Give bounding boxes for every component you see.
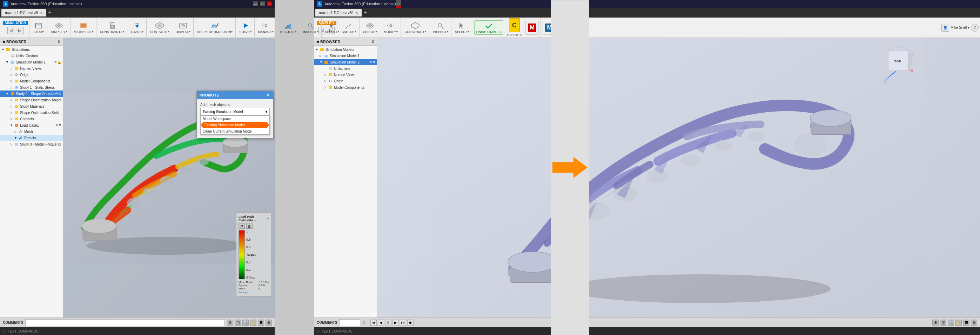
cfd-2019-btn[interactable]: C [509, 18, 520, 32]
tree-expand-origin1[interactable]: ▷ [10, 73, 14, 77]
status-icon-4[interactable]: 📐 [250, 319, 256, 326]
toolbar-study-btn[interactable]: STUDY [32, 21, 46, 34]
left-maximize-btn[interactable]: □ [260, 2, 265, 6]
left-browser-settings[interactable]: ⚙ [57, 40, 61, 43]
play-btn-play[interactable]: ▶ [393, 319, 399, 326]
tree-results[interactable]: ▼ Results [0, 135, 63, 141]
right-status-icon-2[interactable]: ◫ [940, 319, 946, 326]
right-tree-expand-origin[interactable]: ▷ [324, 79, 328, 83]
left-tab-active[interactable]: march 1 RC test v8 ✕ [2, 9, 46, 16]
play-btn-record[interactable]: ⏺ [407, 319, 414, 326]
study2-settings-icon[interactable]: ⚙ [59, 92, 61, 96]
toolbar-inspect-btn[interactable]: INSPECT ▾ [302, 21, 320, 34]
tree-expand-results[interactable]: ▼ [14, 136, 18, 140]
tree-expand-study2[interactable]: ▼ [6, 92, 10, 96]
play-btn-first[interactable]: ⏮ [371, 319, 377, 326]
tree-expand-sim1[interactable]: ▼ [6, 60, 10, 64]
right-tree-origin[interactable]: ▷ Origin [314, 78, 377, 84]
sim1-eye-icon[interactable]: 👁 [54, 60, 57, 64]
tree-expand-simulations[interactable]: ▼ [2, 48, 6, 51]
toolbar-simplify-btn[interactable]: SIMPLIFY ▾ [49, 21, 68, 34]
play-btn-prev[interactable]: ◀ [378, 319, 384, 326]
tree-load-case1[interactable]: ▼ Load Case1 👁 ⚙ [0, 122, 63, 128]
right-status-icon-5[interactable]: ☰ [963, 319, 969, 326]
dialog-dropdown-trigger[interactable]: Existing Simulation Model ▾ [200, 108, 270, 115]
tree-study-1[interactable]: ▷ Study 1 - Static Stress [0, 84, 63, 91]
left-minimize-btn[interactable]: — [253, 2, 258, 6]
toolbar-nav-fwd[interactable]: ▷ [16, 27, 24, 34]
simulation-badge[interactable]: SIMULATION [3, 21, 28, 25]
right-toolbar-construct-btn[interactable]: CONSTRUCT ▾ [403, 21, 428, 34]
toolbar-nav-back[interactable]: ◁ [7, 27, 15, 34]
toolbar-select-btn[interactable]: SELECT ▾ [324, 21, 340, 34]
right-browser-settings[interactable]: ⚙ [371, 40, 375, 43]
tree-expand-mesh[interactable]: ▷ [14, 130, 18, 133]
left-viewport[interactable]: X Y Z TOP [63, 38, 275, 317]
toolbar-solve-btn[interactable]: SOLVE ▾ [238, 21, 253, 34]
status-icon-6[interactable]: ⊞ [266, 319, 272, 326]
tree-origin-1[interactable]: ▷ Origin [0, 72, 63, 78]
right-toolbar-inspect-btn[interactable]: INSPECT ▾ [431, 21, 450, 34]
dialog-overlay[interactable]: PROMOTE ✕ Add mesh object to: Existing S… [63, 38, 275, 317]
toolbar-constraints-btn[interactable]: CONSTRAINTS ▾ [99, 21, 126, 34]
study2-eye-icon[interactable]: 👁 [56, 92, 59, 96]
right-comments-expand[interactable]: ⚙ [362, 321, 366, 324]
status-icon-2[interactable]: ◫ [235, 319, 241, 326]
tree-study-2[interactable]: ▼ Study 2 - Shape Optimization 👁 ⚙ [0, 91, 63, 97]
tree-study-3[interactable]: ▷ Study 3 - Model Frequencies [0, 141, 63, 147]
right-status-icon-4[interactable]: 📐 [955, 319, 962, 326]
tree-shape-opt-target[interactable]: ▷ Shape Optimization Target [0, 97, 63, 103]
tree-shape-opt-settings[interactable]: ▷ Shape Optimization Settings [0, 109, 63, 116]
right-tree-model-comp[interactable]: ▷ Model Components [314, 84, 377, 91]
sim1-lock-icon[interactable]: 🔒 [57, 60, 61, 64]
dialog-close-btn[interactable]: ✕ [266, 92, 270, 98]
tree-expand-study3[interactable]: ▷ [10, 142, 14, 146]
tree-expand-mc1[interactable]: ▷ [10, 79, 14, 83]
toolbar-results-btn[interactable]: RESULTS ▾ [279, 21, 298, 34]
tree-expand-study1[interactable]: ▷ [10, 86, 14, 89]
play-btn-last[interactable]: ⏭ [400, 319, 406, 326]
right-tree-sim-model-2[interactable]: ▼ Simulation Model 2 👁 ⚙ [314, 59, 377, 65]
right-comments-input[interactable] [339, 319, 360, 326]
tree-expand-contacts[interactable]: ▷ [10, 117, 14, 121]
right-tree-named-views[interactable]: ▷ Named Views [314, 72, 377, 78]
right-toolbar-user-icon[interactable]: 👤 [942, 24, 949, 32]
tree-expand-lc1[interactable]: ▼ [10, 123, 14, 127]
tree-contacts[interactable]: ▷ Contacts [0, 116, 63, 122]
tree-named-views-1[interactable]: ▷ Named Views [0, 65, 63, 72]
tree-sim-model-1[interactable]: ▼ S Simulation Model 1 👁 🔒 [0, 59, 63, 65]
dropdown-option-existing-sim[interactable]: Existing Simulation Model [201, 122, 269, 128]
lc1-eye-icon[interactable]: 👁 [56, 123, 59, 127]
tree-simulations[interactable]: ▼ Simulations [0, 46, 63, 53]
toolbar-loads-btn[interactable]: LOADS ▾ [129, 21, 145, 34]
right-browser-collapse[interactable]: ◀ [316, 40, 319, 43]
right-tree-expand-sm1[interactable]: ▷ [320, 54, 324, 57]
right-tab-add[interactable]: + [362, 9, 369, 16]
right-maximize-btn[interactable]: □ [396, 2, 401, 6]
right-tree-expand-nv[interactable]: ▷ [324, 73, 328, 77]
right-tab-close[interactable]: ✕ [355, 11, 358, 15]
tree-expand-sot[interactable]: ▷ [10, 98, 14, 102]
toolbar-shape-opt-btn[interactable]: SHAPE OPTIMIZATION ▾ [196, 21, 234, 34]
status-icon-3[interactable]: 🔍 [242, 319, 249, 326]
toolbar-materials-btn[interactable]: MATERIALS ▾ [73, 21, 95, 34]
right-status-icon-1[interactable]: ⚙ [932, 319, 939, 326]
status-icon-1[interactable]: ⚙ [227, 319, 233, 326]
right-tree-expand-mc[interactable]: ▷ [324, 86, 328, 89]
right-tree-sim-models[interactable]: ▼ Simulation Models [314, 46, 377, 53]
toolbar-manage-btn[interactable]: MANAGE ▾ [257, 21, 275, 34]
left-comments-input[interactable] [25, 319, 225, 326]
moldflow-btn-1[interactable]: M [525, 21, 539, 35]
right-sm2-settings-icon[interactable]: ⚙ [372, 60, 375, 64]
toolbar-display-btn[interactable]: DISPLAY ▾ [174, 21, 192, 34]
lc1-settings-icon[interactable]: ⚙ [59, 123, 61, 127]
left-browser-collapse[interactable]: ◀ [2, 40, 5, 43]
left-tab-close[interactable]: ✕ [40, 11, 43, 15]
right-sm2-eye-icon[interactable]: 👁 [369, 60, 372, 64]
right-toolbar-finish-simplify-btn[interactable]: FINISH SIMPLIFY [474, 20, 503, 35]
right-tab-active[interactable]: march 1 RC test v8* ✕ [315, 9, 362, 16]
toolbar-contacts-btn[interactable]: CONTACTS ▾ [149, 21, 170, 34]
right-tree-expand-sm[interactable]: ▼ [315, 48, 320, 51]
right-toolbar-help-btn[interactable]: ? [971, 24, 978, 32]
right-toolbar-select-btn[interactable]: SELECT ▾ [453, 21, 470, 34]
